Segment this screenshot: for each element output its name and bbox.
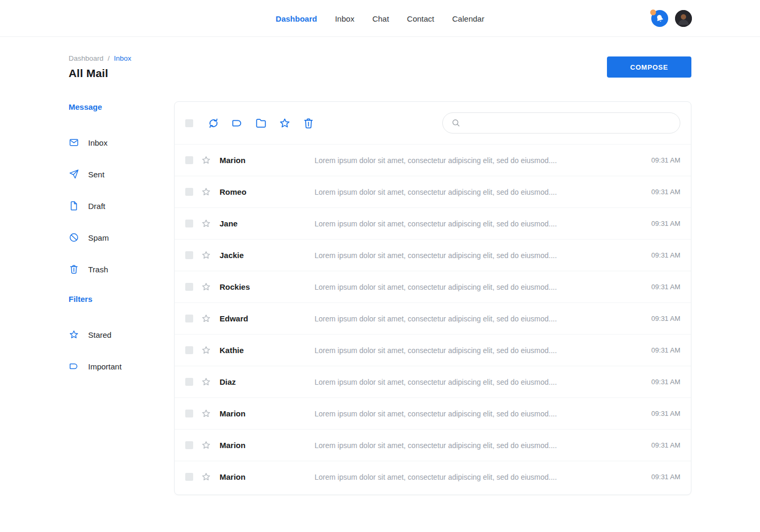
mail-time: 09:31 AM: [651, 378, 680, 386]
star-button[interactable]: [279, 117, 291, 129]
star-icon[interactable]: [201, 345, 211, 355]
notification-badge: [650, 10, 656, 15]
nav-calendar[interactable]: Calendar: [452, 14, 484, 23]
sidebar-item-label: Inbox: [88, 138, 108, 147]
mail-sender: Marion: [220, 441, 315, 450]
refresh-icon: [207, 117, 220, 129]
sidebar-item-spam[interactable]: Spam: [69, 222, 174, 253]
sidebar-item-important[interactable]: Important: [69, 350, 174, 382]
refresh-button[interactable]: [207, 117, 220, 129]
sidebar-item-draft[interactable]: Draft: [69, 190, 174, 222]
breadcrumb-dashboard[interactable]: Dashboard: [69, 54, 103, 62]
mail-sender: Edward: [220, 314, 315, 323]
mail-time: 09:31 AM: [651, 346, 680, 354]
mail-preview: Lorem ipsum dolor sit amet, consectetur …: [315, 251, 644, 260]
row-checkbox[interactable]: [185, 378, 193, 386]
nav-dashboard[interactable]: Dashboard: [276, 14, 317, 23]
star-icon[interactable]: [201, 250, 211, 260]
mail-sender: Kathie: [220, 346, 315, 355]
row-checkbox[interactable]: [185, 156, 193, 164]
mail-row[interactable]: Rockies Lorem ipsum dolor sit amet, cons…: [175, 271, 691, 302]
mail-sender: Romeo: [220, 187, 315, 196]
mail-row[interactable]: Romeo Lorem ipsum dolor sit amet, consec…: [175, 176, 691, 207]
breadcrumb-separator: /: [108, 54, 110, 62]
folder-icon: [255, 117, 267, 129]
mail-time: 09:31 AM: [651, 441, 680, 449]
envelope-icon: [69, 137, 79, 148]
mail-time: 09:31 AM: [651, 251, 680, 259]
avatar-image: [675, 10, 692, 27]
page-title: All Mail: [69, 67, 691, 80]
sidebar-item-inbox[interactable]: Inbox: [69, 127, 174, 158]
sidebar-heading-message: Message: [69, 102, 174, 111]
nav-chat[interactable]: Chat: [372, 14, 389, 23]
mail-time: 09:31 AM: [651, 283, 680, 291]
mail-time: 09:31 AM: [651, 220, 680, 227]
row-checkbox[interactable]: [185, 283, 193, 291]
mail-row[interactable]: Kathie Lorem ipsum dolor sit amet, conse…: [175, 334, 691, 366]
row-checkbox[interactable]: [185, 410, 193, 417]
mail-preview: Lorem ipsum dolor sit amet, consectetur …: [315, 410, 644, 418]
search-input[interactable]: [442, 112, 680, 134]
mail-row[interactable]: Marion Lorem ipsum dolor sit amet, conse…: [175, 397, 691, 429]
sidebar-item-sent[interactable]: Sent: [69, 158, 174, 190]
select-all-checkbox[interactable]: [185, 119, 193, 127]
compose-button[interactable]: COMPOSE: [607, 56, 691, 78]
mail-row[interactable]: Jackie Lorem ipsum dolor sit amet, conse…: [175, 239, 691, 271]
star-icon[interactable]: [201, 472, 211, 482]
user-avatar[interactable]: [675, 10, 692, 27]
delete-button[interactable]: [302, 117, 315, 129]
sidebar-item-label: Trash: [88, 265, 108, 274]
mail-sender: Diaz: [220, 377, 315, 386]
label-icon: [69, 361, 79, 372]
star-icon: [69, 329, 79, 340]
mail-preview: Lorem ipsum dolor sit amet, consectetur …: [315, 188, 644, 196]
breadcrumb: Dashboard / Inbox: [69, 54, 691, 62]
sidebar-item-stared[interactable]: Stared: [69, 319, 174, 350]
star-icon[interactable]: [201, 282, 211, 292]
star-icon[interactable]: [201, 377, 211, 387]
label-icon: [231, 117, 243, 129]
sidebar-heading-filters: Filters: [69, 294, 174, 303]
nav-contact[interactable]: Contact: [407, 14, 434, 23]
star-icon: [279, 117, 291, 129]
mail-row[interactable]: Marion Lorem ipsum dolor sit amet, conse…: [175, 144, 691, 176]
mail-preview: Lorem ipsum dolor sit amet, consectetur …: [315, 473, 644, 481]
row-checkbox[interactable]: [185, 220, 193, 227]
move-to-folder-button[interactable]: [255, 117, 267, 129]
mail-time: 09:31 AM: [651, 473, 680, 481]
row-checkbox[interactable]: [185, 441, 193, 449]
star-icon[interactable]: [201, 314, 211, 324]
mail-row[interactable]: Jane Lorem ipsum dolor sit amet, consect…: [175, 207, 691, 239]
sidebar-item-trash[interactable]: Trash: [69, 253, 174, 285]
file-icon: [69, 201, 79, 211]
breadcrumb-inbox[interactable]: Inbox: [114, 54, 131, 62]
mail-row[interactable]: Edward Lorem ipsum dolor sit amet, conse…: [175, 302, 691, 334]
sidebar-item-label: Important: [88, 362, 121, 371]
row-checkbox[interactable]: [185, 346, 193, 354]
row-checkbox[interactable]: [185, 473, 193, 481]
sidebar-item-label: Spam: [88, 233, 109, 242]
mail-row[interactable]: Diaz Lorem ipsum dolor sit amet, consect…: [175, 366, 691, 397]
mail-time: 09:31 AM: [651, 156, 680, 164]
star-icon[interactable]: [201, 155, 211, 165]
mail-sender: Marion: [220, 156, 315, 165]
mail-time: 09:31 AM: [651, 188, 680, 196]
notifications-button[interactable]: [651, 10, 668, 27]
nav-inbox[interactable]: Inbox: [335, 14, 355, 23]
star-icon[interactable]: [201, 440, 211, 450]
mail-row[interactable]: Marion Lorem ipsum dolor sit amet, conse…: [175, 429, 691, 461]
sidebar-item-label: Draft: [88, 202, 106, 211]
mail-sidebar: Message Inbox Sent Draft Spam Trash: [69, 101, 174, 382]
row-checkbox[interactable]: [185, 251, 193, 259]
row-checkbox[interactable]: [185, 315, 193, 322]
row-checkbox[interactable]: [185, 188, 193, 196]
block-icon: [69, 232, 79, 243]
mail-row[interactable]: Marion Lorem ipsum dolor sit amet, conse…: [175, 461, 691, 492]
star-icon[interactable]: [201, 187, 211, 197]
sidebar-item-label: Sent: [88, 170, 104, 179]
mail-sender: Jackie: [220, 251, 315, 260]
label-button[interactable]: [231, 117, 243, 129]
star-icon[interactable]: [201, 408, 211, 419]
star-icon[interactable]: [201, 218, 211, 229]
